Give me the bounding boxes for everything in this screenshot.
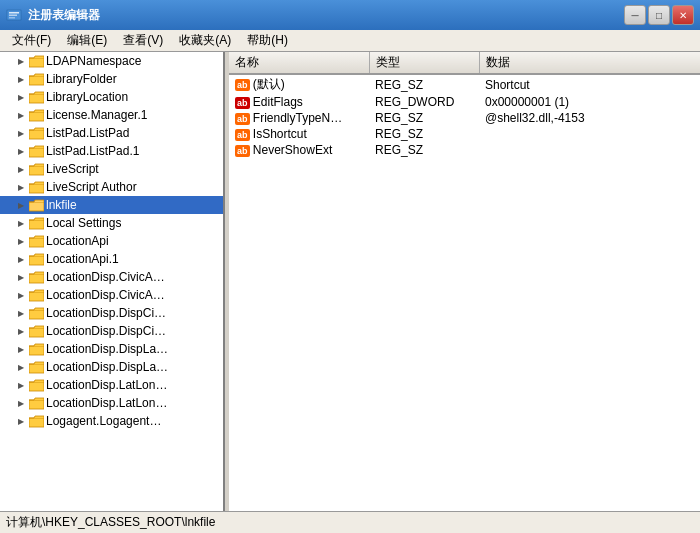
expand-arrow[interactable]: ▶ <box>16 344 26 354</box>
expand-arrow[interactable]: ▶ <box>16 200 26 210</box>
close-button[interactable]: ✕ <box>672 5 694 25</box>
cell-name: ab IsShortcut <box>229 126 369 142</box>
table-header: 名称 类型 数据 <box>229 52 700 74</box>
tree-item-livescript[interactable]: ▶ LiveScript <box>0 160 223 178</box>
table-row[interactable]: ab EditFlagsREG_DWORD0x00000001 (1) <box>229 94 700 110</box>
tree-item-lnkfile[interactable]: ▶ lnkfile <box>0 196 223 214</box>
tree-item-locdisp5[interactable]: ▶ LocationDisp.DispLa… <box>0 340 223 358</box>
expand-arrow[interactable]: ▶ <box>16 362 26 372</box>
folder-icon <box>28 144 44 158</box>
tree-item-label: LDAPNamespace <box>46 54 141 68</box>
table-row[interactable]: ab NeverShowExtREG_SZ <box>229 142 700 158</box>
expand-arrow[interactable]: ▶ <box>16 146 26 156</box>
cell-data <box>479 126 700 142</box>
menu-item-收藏夹A[interactable]: 收藏夹(A) <box>171 30 239 51</box>
string-icon: ab <box>235 113 250 125</box>
tree-item-logagent[interactable]: ▶ Logagent.Logagent… <box>0 412 223 430</box>
cell-name: ab NeverShowExt <box>229 142 369 158</box>
minimize-button[interactable]: ─ <box>624 5 646 25</box>
table-row[interactable]: ab IsShortcutREG_SZ <box>229 126 700 142</box>
tree-item-listpad[interactable]: ▶ ListPad.ListPad <box>0 124 223 142</box>
tree-panel: ▶ LDAPNamespace▶ LibraryFolder▶ LibraryL… <box>0 52 225 511</box>
expand-arrow[interactable]: ▶ <box>16 398 26 408</box>
tree-item-label: LocationDisp.DispCi… <box>46 324 166 338</box>
expand-arrow[interactable]: ▶ <box>16 416 26 426</box>
tree-item-localsettings[interactable]: ▶ Local Settings <box>0 214 223 232</box>
tree-item-locationapi[interactable]: ▶ LocationApi <box>0 232 223 250</box>
expand-arrow[interactable]: ▶ <box>16 218 26 228</box>
tree-item-label: License.Manager.1 <box>46 108 147 122</box>
expand-arrow[interactable]: ▶ <box>16 182 26 192</box>
maximize-button[interactable]: □ <box>648 5 670 25</box>
expand-arrow[interactable]: ▶ <box>16 254 26 264</box>
status-text: 计算机\HKEY_CLASSES_ROOT\lnkfile <box>6 514 215 531</box>
tree-item-license[interactable]: ▶ License.Manager.1 <box>0 106 223 124</box>
tree-item-label: LocationDisp.LatLon… <box>46 396 167 410</box>
string-icon: ab <box>235 79 250 91</box>
tree-item-label: LocationDisp.CivicA… <box>46 270 165 284</box>
cell-type: REG_DWORD <box>369 94 479 110</box>
cell-type: REG_SZ <box>369 74 479 94</box>
folder-icon <box>28 54 44 68</box>
tree-scroll[interactable]: ▶ LDAPNamespace▶ LibraryFolder▶ LibraryL… <box>0 52 223 511</box>
expand-arrow[interactable]: ▶ <box>16 92 26 102</box>
folder-icon <box>28 288 44 302</box>
folder-icon <box>28 198 44 212</box>
folder-icon <box>28 126 44 140</box>
svg-rect-2 <box>9 15 17 17</box>
expand-arrow[interactable]: ▶ <box>16 56 26 66</box>
tree-item-locdisp3[interactable]: ▶ LocationDisp.DispCi… <box>0 304 223 322</box>
tree-item-label: LocationDisp.CivicA… <box>46 288 165 302</box>
registry-table-container[interactable]: 名称 类型 数据 ab (默认)REG_SZShortcutab EditFla… <box>229 52 700 511</box>
expand-arrow[interactable]: ▶ <box>16 380 26 390</box>
expand-arrow[interactable]: ▶ <box>16 110 26 120</box>
expand-arrow[interactable]: ▶ <box>16 74 26 84</box>
menu-item-编辑E[interactable]: 编辑(E) <box>59 30 115 51</box>
tree-item-locdisp1[interactable]: ▶ LocationDisp.CivicA… <box>0 268 223 286</box>
col-header-name[interactable]: 名称 <box>229 52 369 74</box>
expand-arrow[interactable]: ▶ <box>16 128 26 138</box>
tree-item-label: LibraryFolder <box>46 72 117 86</box>
menu-item-查看V[interactable]: 查看(V) <box>115 30 171 51</box>
tree-item-locationapi1[interactable]: ▶ LocationApi.1 <box>0 250 223 268</box>
table-body: ab (默认)REG_SZShortcutab EditFlagsREG_DWO… <box>229 74 700 158</box>
tree-item-locdisp4[interactable]: ▶ LocationDisp.DispCi… <box>0 322 223 340</box>
tree-item-listpad1[interactable]: ▶ ListPad.ListPad.1 <box>0 142 223 160</box>
expand-arrow[interactable]: ▶ <box>16 290 26 300</box>
tree-item-ldap[interactable]: ▶ LDAPNamespace <box>0 52 223 70</box>
folder-icon <box>28 162 44 176</box>
tree-item-liblocation[interactable]: ▶ LibraryLocation <box>0 88 223 106</box>
tree-item-label: Local Settings <box>46 216 121 230</box>
tree-item-locdisp8[interactable]: ▶ LocationDisp.LatLon… <box>0 394 223 412</box>
tree-item-locdisp2[interactable]: ▶ LocationDisp.CivicA… <box>0 286 223 304</box>
folder-icon <box>28 270 44 284</box>
table-row[interactable]: ab FriendlyTypeN…REG_SZ@shell32.dll,-415… <box>229 110 700 126</box>
svg-rect-1 <box>9 12 19 14</box>
expand-arrow[interactable]: ▶ <box>16 236 26 246</box>
app-icon <box>6 7 22 23</box>
folder-icon <box>28 396 44 410</box>
tree-item-label: LocationDisp.DispLa… <box>46 360 168 374</box>
cell-name: ab (默认) <box>229 74 369 94</box>
col-header-type[interactable]: 类型 <box>369 52 479 74</box>
menu-item-文件F[interactable]: 文件(F) <box>4 30 59 51</box>
cell-type: REG_SZ <box>369 126 479 142</box>
string-icon: ab <box>235 145 250 157</box>
tree-item-livescriptauthor[interactable]: ▶ LiveScript Author <box>0 178 223 196</box>
expand-arrow[interactable]: ▶ <box>16 326 26 336</box>
table-row[interactable]: ab (默认)REG_SZShortcut <box>229 74 700 94</box>
tree-item-libfolder[interactable]: ▶ LibraryFolder <box>0 70 223 88</box>
registry-table: 名称 类型 数据 ab (默认)REG_SZShortcutab EditFla… <box>229 52 700 158</box>
expand-arrow[interactable]: ▶ <box>16 164 26 174</box>
expand-arrow[interactable]: ▶ <box>16 272 26 282</box>
title-bar-left: 注册表编辑器 <box>6 7 100 24</box>
tree-item-locdisp7[interactable]: ▶ LocationDisp.LatLon… <box>0 376 223 394</box>
tree-item-label: ListPad.ListPad <box>46 126 129 140</box>
tree-item-label: LiveScript <box>46 162 99 176</box>
right-panel: 名称 类型 数据 ab (默认)REG_SZShortcutab EditFla… <box>229 52 700 511</box>
menu-item-帮助H[interactable]: 帮助(H) <box>239 30 296 51</box>
expand-arrow[interactable]: ▶ <box>16 308 26 318</box>
col-header-data[interactable]: 数据 <box>479 52 700 74</box>
cell-name: ab EditFlags <box>229 94 369 110</box>
tree-item-locdisp6[interactable]: ▶ LocationDisp.DispLa… <box>0 358 223 376</box>
